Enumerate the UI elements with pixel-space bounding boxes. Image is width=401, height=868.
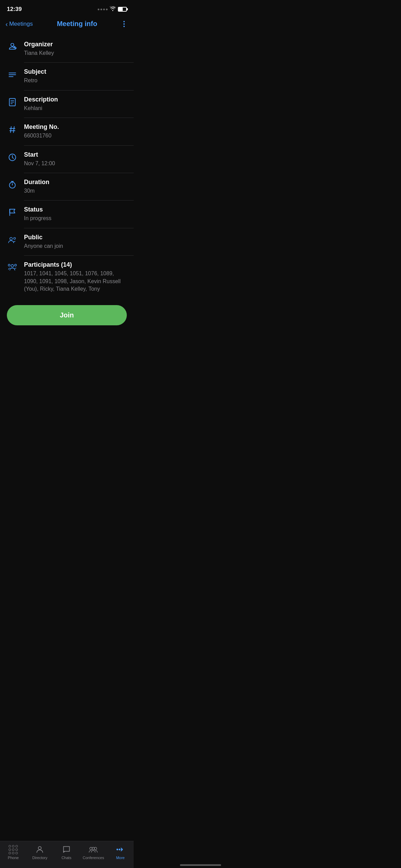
- public-content: Public Anyone can join: [24, 234, 127, 250]
- chevron-left-icon: ‹: [5, 21, 8, 27]
- wifi-icon: [110, 6, 116, 12]
- join-button[interactable]: Join: [7, 305, 127, 325]
- person-shield-icon: [7, 41, 18, 52]
- meeting-info-content: Organizer Tiana Kelley Subject Retro: [0, 33, 134, 340]
- more-dot-1: [123, 21, 125, 22]
- more-options-button[interactable]: [121, 20, 127, 28]
- public-label: Public: [24, 234, 127, 241]
- hash-icon: [7, 124, 18, 135]
- clock-icon: [7, 152, 18, 163]
- svg-point-19: [11, 265, 13, 267]
- more-dot-2: [123, 23, 125, 25]
- participants-value: 1017, 1041, 1045, 1051, 1076, 1089, 1090…: [24, 270, 127, 293]
- status-label: Status: [24, 206, 127, 213]
- duration-row: Duration 30m: [0, 173, 134, 200]
- status-value: In progress: [24, 215, 127, 222]
- duration-label: Duration: [24, 179, 127, 186]
- description-content: Description Kehlani: [24, 96, 127, 112]
- content-scroll: Organizer Tiana Kelley Subject Retro: [0, 33, 134, 388]
- status-row: Status In progress: [0, 201, 134, 228]
- participants-icon: [7, 262, 18, 273]
- svg-point-18: [14, 237, 16, 239]
- meeting-no-row: Meeting No. 660031760: [0, 118, 134, 145]
- public-row: Public Anyone can join: [0, 228, 134, 255]
- start-value: Nov 7, 12:00: [24, 160, 127, 167]
- subject-value: Retro: [24, 77, 127, 84]
- description-row: Description Kehlani: [0, 91, 134, 118]
- subject-label: Subject: [24, 68, 127, 75]
- description-value: Kehlani: [24, 105, 127, 112]
- description-label: Description: [24, 96, 127, 103]
- organizer-content: Organizer Tiana Kelley: [24, 41, 127, 57]
- back-button[interactable]: ‹ Meetings: [5, 21, 33, 27]
- subject-row: Subject Retro: [0, 63, 134, 90]
- svg-point-21: [8, 264, 10, 266]
- public-value: Anyone can join: [24, 242, 127, 250]
- status-content: Status In progress: [24, 206, 127, 222]
- stopwatch-icon: [7, 179, 18, 190]
- more-dot-3: [123, 26, 125, 27]
- start-label: Start: [24, 151, 127, 158]
- nav-bar: ‹ Meetings Meeting info: [0, 16, 134, 33]
- status-bar: 12:39: [0, 0, 134, 16]
- page-title: Meeting info: [57, 20, 97, 28]
- organizer-value: Tiana Kelley: [24, 49, 127, 57]
- join-button-container: Join: [0, 298, 134, 334]
- svg-line-9: [11, 127, 11, 133]
- meeting-no-value: 660031760: [24, 132, 127, 140]
- lines-icon: [7, 69, 18, 80]
- signal-icon: [98, 9, 108, 10]
- participants-label: Participants (14): [24, 261, 127, 268]
- status-icons: [98, 6, 127, 12]
- duration-content: Duration 30m: [24, 179, 127, 195]
- back-label: Meetings: [9, 21, 33, 27]
- battery-icon: [118, 7, 127, 12]
- organizer-label: Organizer: [24, 41, 127, 48]
- svg-point-17: [10, 237, 12, 240]
- people-icon: [7, 234, 18, 245]
- flag-icon: [7, 207, 18, 218]
- duration-value: 30m: [24, 187, 127, 195]
- svg-point-20: [15, 264, 17, 266]
- start-row: Start Nov 7, 12:00: [0, 146, 134, 173]
- meeting-no-label: Meeting No.: [24, 123, 127, 131]
- participants-row: Participants (14) 1017, 1041, 1045, 1051…: [0, 256, 134, 298]
- meeting-no-content: Meeting No. 660031760: [24, 123, 127, 140]
- start-content: Start Nov 7, 12:00: [24, 151, 127, 167]
- status-time: 12:39: [7, 6, 22, 13]
- document-icon: [7, 97, 18, 108]
- participants-content: Participants (14) 1017, 1041, 1045, 1051…: [24, 261, 127, 293]
- svg-line-10: [13, 127, 14, 133]
- organizer-row: Organizer Tiana Kelley: [0, 35, 134, 62]
- subject-content: Subject Retro: [24, 68, 127, 84]
